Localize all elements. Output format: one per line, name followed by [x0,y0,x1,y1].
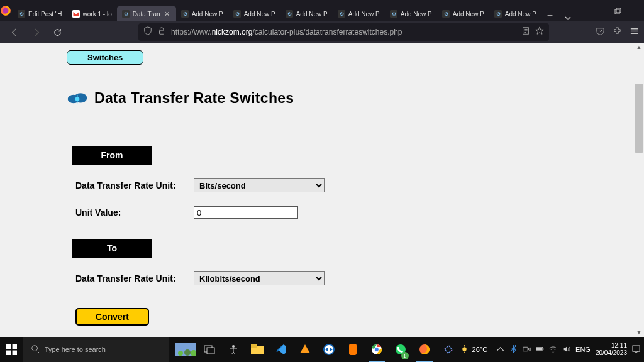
taskbar-pin-app3[interactable] [436,337,460,362]
browser-tab[interactable]: ⚙Add New P [333,6,385,21]
svg-rect-58 [349,344,357,355]
svg-rect-23 [616,8,621,13]
taskbar-pin-news[interactable] [174,337,197,362]
switches-button[interactable]: Switches [67,50,143,65]
taskbar-pin-taskview[interactable] [197,337,221,362]
tray-language[interactable]: ENG [575,346,591,353]
meet-now-icon[interactable] [523,345,531,354]
from-unit-select[interactable]: Bits/second [194,178,325,192]
taskbar-pin-accessibility[interactable] [221,337,245,362]
close-tab-icon[interactable]: ✕ [164,10,171,18]
scrollbar-thumb[interactable] [635,84,643,153]
tab-label: Add New P [505,11,536,18]
taskbar-search[interactable]: Type here to search [23,337,169,362]
vertical-scrollbar[interactable]: ▲ ▼ [634,43,644,337]
firefox-logo [0,0,11,21]
unit-value-input[interactable] [194,206,298,219]
svg-text:⚙: ⚙ [287,11,291,17]
tab-strip: ⚙Edit Post "H work 1 - lo ⚙Data Tran✕ ⚙A… [11,0,577,21]
taskbar-pin-explorer[interactable] [245,337,269,362]
browser-tab[interactable]: ⚙Add New P [437,6,489,21]
svg-rect-75 [633,345,640,351]
extensions-icon[interactable] [613,26,622,38]
taskbar-pin-teamviewer[interactable] [317,337,341,362]
nav-reload-button[interactable] [48,23,67,41]
to-unit-select[interactable]: Kilobits/second [194,272,325,285]
url-bar[interactable]: https://www.nickzom.org/calculator-plus/… [138,23,549,41]
bluetooth-icon[interactable] [509,345,518,354]
browser-tab[interactable]: ⚙Add New P [385,6,437,21]
tray-time: 12:11 [596,342,627,349]
to-section-header: To [72,239,152,258]
browser-tab[interactable]: ⚙Add New P [489,6,541,21]
browser-tab-active[interactable]: ⚙Data Tran✕ [117,6,176,21]
svg-text:⚙: ⚙ [19,11,24,17]
tab-label: Edit Post "H [28,11,62,18]
lock-icon [157,26,166,38]
tab-label: Add New P [401,11,432,18]
url-text: https://www.nickzom.org/calculator-plus/… [171,28,402,36]
tray-clock[interactable]: 12:11 20/04/2023 [596,342,627,357]
svg-rect-72 [543,348,543,350]
favicon-icon [72,10,80,18]
svg-rect-26 [160,30,164,34]
taskbar-pin-firefox[interactable] [413,337,436,362]
browser-tab[interactable]: ⚙Add New P [280,6,333,21]
weather-temp: 26°C [472,346,488,353]
tab-label: Add New P [453,11,484,18]
taskbar-weather[interactable]: 26°C [460,345,488,354]
browser-tab[interactable]: ⚙Add New P [176,6,228,21]
taskbar-pin-app1[interactable] [293,337,317,362]
search-placeholder: Type here to search [45,346,106,353]
window-minimize-button[interactable] [577,0,604,21]
nav-forward-button[interactable] [26,23,45,41]
svg-rect-52 [207,348,214,354]
favicon-icon: ⚙ [286,10,293,18]
browser-tab[interactable]: ⚙Edit Post "H [13,6,67,21]
tabs-dropdown-icon[interactable] [559,15,577,21]
wifi-icon[interactable] [549,345,557,354]
favicon-icon: ⚙ [390,10,397,18]
app-menu-icon[interactable] [630,26,639,38]
volume-icon[interactable] [562,345,570,354]
tab-label: work 1 - lo [83,11,112,18]
nav-back-button[interactable] [5,23,24,41]
window-restore-button[interactable] [604,0,632,21]
taskbar-pin-whatsapp[interactable]: 1 [389,337,413,362]
svg-rect-41 [6,344,11,349]
battery-icon[interactable] [536,345,544,354]
tab-label: Add New P [296,11,328,18]
scroll-up-icon[interactable]: ▲ [635,43,643,52]
tray-chevron-icon[interactable] [496,345,504,354]
favicon-icon: ⚙ [233,10,241,18]
svg-text:⚙: ⚙ [443,11,448,17]
taskbar-pin-chrome[interactable] [365,337,389,362]
taskbar-pin-app2[interactable] [341,337,365,362]
svg-point-74 [553,351,554,353]
bookmark-star-icon[interactable] [535,26,544,38]
svg-point-45 [32,346,38,351]
favicon-icon: ⚙ [338,10,345,18]
tray-date: 20/04/2023 [596,349,627,357]
favicon-icon: ⚙ [494,10,502,18]
browser-tab[interactable]: work 1 - lo [67,6,117,21]
tab-label: Add New P [348,11,380,18]
svg-point-65 [462,347,467,351]
start-button[interactable] [0,337,23,362]
favicon-icon: ⚙ [442,10,450,18]
new-tab-button[interactable]: ＋ [541,9,559,21]
notifications-icon[interactable] [632,345,640,354]
taskbar-pin-vscode[interactable] [269,337,293,362]
save-to-pocket-icon[interactable] [596,26,605,38]
svg-rect-43 [6,350,11,354]
scroll-down-icon[interactable]: ▼ [635,328,643,337]
svg-line-46 [36,351,39,353]
cloud-icon [67,90,88,107]
window-close-button[interactable] [632,0,644,21]
search-icon [31,344,40,354]
convert-button[interactable]: Convert [75,308,149,326]
svg-rect-70 [523,347,528,351]
page-viewport: ▲ ▼ Switches Data Transfer Rate Switches… [0,43,644,337]
reader-mode-icon[interactable] [521,26,530,38]
browser-tab[interactable]: ⚙Add New P [228,6,280,21]
